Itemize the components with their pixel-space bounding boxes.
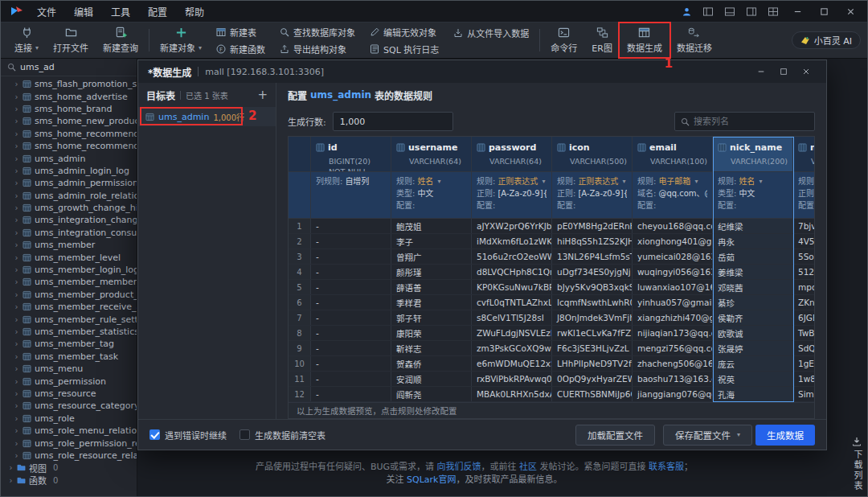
sidebar-table-item[interactable]: ›ums_member_tag [1, 338, 137, 350]
column-header[interactable]: passwordVARCHAR(64) [472, 137, 552, 171]
rule-cell[interactable]: 规则:电子邮箱▾域名:@qq.com、@...配置: [633, 172, 713, 218]
sidebar-table-item[interactable]: ›ums_member_rule_settin... [1, 313, 137, 325]
connect-button[interactable]: 连接▾ [7, 23, 46, 58]
ai-assistant-button[interactable]: 小百灵 AI [792, 31, 861, 49]
sidebar-table-item[interactable]: ›ums_menu [1, 363, 137, 375]
menubar-item[interactable]: 文件 [28, 1, 65, 22]
sidebar-table-item[interactable]: ›ums_member_level [1, 251, 137, 263]
dialog-maximize-button[interactable] [773, 64, 794, 80]
rule-cell[interactable]: 规则:正则表达式▾正则:配置: [793, 172, 815, 218]
data-row[interactable]: 8-康阳荣ZWuFLdgjNSVLEzHrwKI1eCLvKa7fFZnijia… [289, 326, 814, 341]
sidebar-table-item[interactable]: ›ums_integration_change... [1, 214, 137, 226]
data-row[interactable]: 5-薛语善KP0KGsuNwu7kBRObJyy5Kv9QB3xqkSluwan… [289, 280, 814, 295]
data-row[interactable]: 4-颜彤瑾d8LVQCHph8C1QmCuDgf734ES0yjgNjwuqin… [289, 265, 814, 280]
open-file-button[interactable]: 打开文件 [46, 23, 96, 58]
rule-cell[interactable]: 规则:正则表达式▾正则:[A-Za-z0-9]{15}配置: [552, 172, 633, 218]
sidebar-table-item[interactable]: ›sms_flash_promotion_se... [1, 78, 137, 90]
sidebar-table-item[interactable]: ›ums_resource_category [1, 400, 137, 412]
sidebar-table-item[interactable]: ›ums_growth_change_his... [1, 202, 137, 214]
dialog-close-button[interactable] [796, 64, 817, 80]
rule-cell[interactable]: 规则:姓名▾类型:中文配置: [713, 172, 793, 218]
sidebar-search[interactable] [1, 59, 137, 76]
layout-grid-icon[interactable] [764, 3, 783, 19]
menubar-item[interactable]: 帮助 [176, 1, 213, 22]
close-button[interactable] [838, 2, 862, 20]
sidebar-table-item[interactable]: ›sms_home_brand [1, 103, 137, 115]
generate-data-button[interactable]: 生成数据 [755, 425, 815, 446]
sidebar-table-item[interactable]: ›ums_member_task [1, 351, 137, 363]
new-object-button[interactable]: 新建对象▾ [153, 23, 209, 58]
sidebar-table-item[interactable]: ›ums_member_statistics_i... [1, 326, 137, 338]
data-row[interactable]: 12-阎新尧MBAk0LRHXn5dxAiCUERThSBNMiJp6Cjian… [289, 387, 814, 402]
minimize-button[interactable] [785, 2, 809, 20]
sidebar-table-item[interactable]: ›ums_role_permission_rel... [1, 437, 137, 449]
status-link[interactable]: 联系客服 [649, 462, 684, 472]
status-link[interactable]: SQLark官网 [407, 474, 456, 485]
target-table-item[interactable]: ums_admin1,000行2 [138, 107, 276, 126]
sidebar-table-item[interactable]: ›ums_member_product_c... [1, 289, 137, 301]
data-row[interactable]: 1-鲍茂姐aJYXW2prQ6YrKJbpE0YM8Hg2dERnHOcheyo… [289, 219, 814, 234]
sidebar-table-item[interactable]: ›ums_admin [1, 152, 137, 164]
export-objects-button[interactable]: 导出结构对象 [280, 43, 355, 55]
sidebar-table-item[interactable]: ›sms_home_advertise [1, 90, 137, 102]
import-data-button[interactable]: 从文件导入数据 [453, 27, 529, 39]
sidebar-table-item[interactable]: ›ums_member_login_log [1, 264, 137, 276]
sidebar-table-item[interactable]: ›ums_permission [1, 375, 137, 387]
clear-table-checkbox[interactable]: 生成数据前清空表 [240, 429, 326, 442]
status-link[interactable]: 社区 [519, 462, 537, 472]
data-row[interactable]: 10-贺森侨e6mWDMuQE12xShwLHhPIIpNeD9TV2fzhac… [289, 356, 814, 372]
find-db-object-button[interactable]: 查找数据库对象 [280, 26, 355, 39]
column-header[interactable]: nick_nameVARCHAR(200) [713, 137, 793, 171]
sidebar-table-item[interactable]: ›ums_member_receive_ac... [1, 301, 137, 313]
sidebar-table-item[interactable]: ›ums_admin_login_log [1, 165, 137, 177]
menubar-item[interactable]: 编辑 [65, 1, 102, 22]
dialog-minimize-button[interactable] [751, 64, 772, 80]
column-header[interactable]: emailVARCHAR(100) [633, 137, 713, 171]
sidebar-table-item[interactable]: ›sms_home_new_product... [1, 115, 137, 127]
column-header[interactable]: noteVARCHAR(500) [793, 137, 815, 171]
sidebar-table-item[interactable]: ›ums_admin_permission_... [1, 177, 137, 189]
sidebar-table-item[interactable]: ›ums_admin_role_relation [1, 190, 137, 202]
sidebar-table-item[interactable]: ›ums_role_resource_relati... [1, 450, 137, 462]
sidebar-table-item[interactable]: ›ums_resource [1, 388, 137, 400]
rule-cell[interactable]: 规则:正则表达式▾正则:[A-Za-z0-9]{15}配置: [472, 172, 552, 218]
data-row[interactable]: 9-靳祥志zm3PskGCoXQ9w3cF6c3jSE3HLjvZzLmengz… [289, 341, 814, 356]
data-migration-button[interactable]: 数据迁移 [669, 23, 719, 58]
sidebar-folder-item[interactable]: ›视图0 [1, 462, 137, 474]
toggle-left-panel-icon[interactable] [698, 3, 718, 19]
toggle-right-panel-icon[interactable] [742, 3, 761, 19]
column-search-input[interactable] [694, 117, 809, 127]
sidebar-table-item[interactable]: ›ums_role_menu_relation... [1, 425, 137, 437]
status-link[interactable]: 向我们反馈 [437, 462, 481, 472]
er-diagram-button[interactable]: ER图 [584, 23, 620, 58]
sidebar-search-input[interactable] [20, 62, 130, 72]
maximize-button[interactable] [812, 2, 836, 20]
sql-log-button[interactable]: SQL 执行日志 [370, 43, 439, 55]
sidebar-table-item[interactable]: ›sms_home_recommend_... [1, 128, 137, 140]
sidebar-table-item[interactable]: ›ums_member [1, 239, 137, 251]
data-row[interactable]: 11-安润顺rxBViPbkRPAvwq00OpQ9yxHyarZEWDbaos… [289, 372, 814, 387]
data-row[interactable]: 7-郭子轩s8CelV1Tl5J28sIJ8OnJmdek3VmFjhxiang… [289, 310, 814, 326]
sidebar-table-item[interactable]: ›sms_home_recommend_... [1, 140, 137, 152]
column-search[interactable] [674, 112, 815, 131]
edit-invalid-objects-button[interactable]: 编辑无效对象 [370, 26, 439, 39]
sidebar-table-item[interactable]: ›ums_member_member_t... [1, 276, 137, 288]
menubar-item[interactable]: 工具 [102, 1, 139, 22]
load-config-button[interactable]: 加载配置文件 [575, 425, 655, 446]
rule-cell[interactable]: 规则:姓名▾类型:中文配置: [391, 172, 472, 218]
sidebar-table-item[interactable]: ›ums_role [1, 413, 137, 425]
column-header[interactable]: iconVARCHAR(500) [552, 137, 633, 171]
add-table-icon[interactable]: + [257, 89, 268, 101]
command-line-button[interactable]: 命令行 [543, 23, 584, 58]
new-query-button[interactable]: 新建查询 [96, 23, 145, 58]
save-config-button[interactable]: 保存配置文件▾ [663, 425, 752, 446]
dialog-titlebar[interactable]: *数据生成 mall [192.168.3.101:3306] [138, 60, 826, 83]
sidebar-folder-item[interactable]: ›函数0 [1, 474, 137, 487]
data-row[interactable]: 3-曾翔广51o6u2rcO2eoWWT13NL26P4Lsfm5sTyumei… [289, 249, 814, 265]
data-generation-button[interactable]: 数据生成 [620, 23, 669, 58]
row-count-input[interactable] [333, 112, 453, 131]
column-header[interactable]: idBIGINT(20)NOT NULL [311, 137, 391, 171]
sidebar-table-item[interactable]: ›ums_integration_consum... [1, 227, 137, 239]
toggle-bottom-panel-icon[interactable] [720, 3, 739, 19]
download-list-tab[interactable]: 下载列表 [850, 436, 863, 491]
